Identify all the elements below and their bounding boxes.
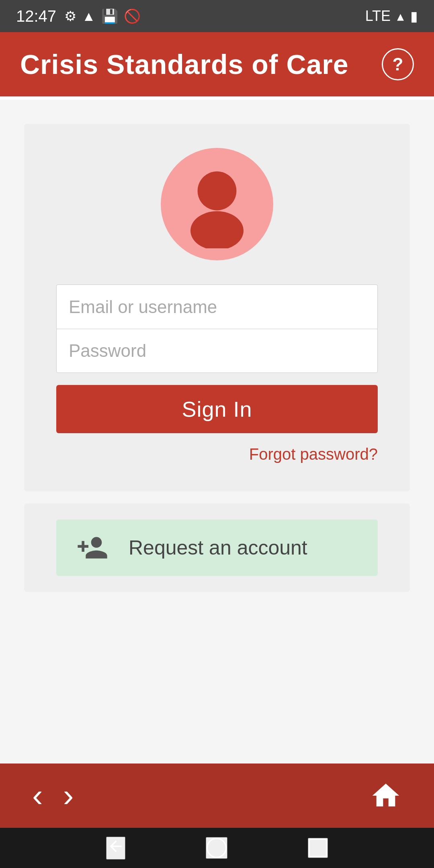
email-input[interactable] [56, 285, 378, 329]
app-title: Crisis Standards of Care [20, 49, 349, 80]
signal-icon: ▴ [397, 8, 404, 24]
svg-point-1 [190, 211, 244, 248]
signin-button[interactable]: Sign In [56, 385, 378, 433]
help-button[interactable]: ? [382, 48, 414, 80]
nav-home-button[interactable] [370, 780, 402, 812]
avatar-svg [173, 160, 261, 248]
nav-back-forward-group: ‹ › [32, 777, 74, 814]
person-add-icon [76, 532, 108, 564]
system-home-circle [207, 838, 227, 858]
help-icon: ? [393, 54, 403, 74]
main-content: Sign In Forgot password? Request an acco… [0, 100, 434, 764]
forgot-password-label: Forgot password? [249, 445, 378, 463]
nav-back-button[interactable]: ‹ [32, 777, 43, 814]
home-icon [370, 780, 402, 812]
separator-line [0, 96, 434, 100]
forward-icon: › [63, 777, 74, 814]
status-bar-left: 12:47 ⚙ ▲ 💾 🚫 [16, 7, 141, 25]
register-card: Request an account [24, 504, 410, 592]
block-icon: 🚫 [124, 8, 141, 24]
save-icon: 💾 [101, 8, 118, 24]
system-recent-button[interactable] [308, 838, 328, 858]
forgot-password-link[interactable]: Forgot password? [249, 441, 378, 467]
signin-label: Sign In [182, 397, 252, 421]
system-home-button[interactable] [206, 837, 227, 859]
status-icons-left: ⚙ ▲ 💾 🚫 [64, 8, 141, 24]
status-time: 12:47 [16, 7, 56, 25]
gear-icon: ⚙ [64, 8, 76, 24]
system-back-icon [107, 837, 125, 855]
status-bar: 12:47 ⚙ ▲ 💾 🚫 LTE ▴ ▮ [0, 0, 434, 32]
shield-icon: ▲ [82, 8, 96, 24]
back-icon: ‹ [32, 777, 43, 814]
app-bar: Crisis Standards of Care ? [0, 32, 434, 96]
bottom-nav-bar: ‹ › [0, 764, 434, 828]
request-account-label: Request an account [129, 536, 307, 559]
avatar [161, 148, 273, 260]
system-nav [0, 828, 434, 868]
nav-forward-button[interactable]: › [63, 777, 74, 814]
request-account-button[interactable]: Request an account [56, 520, 378, 576]
status-bar-right: LTE ▴ ▮ [365, 8, 418, 25]
lte-label: LTE [365, 8, 391, 25]
svg-point-0 [198, 172, 237, 211]
system-back-button[interactable] [106, 837, 125, 860]
login-card: Sign In Forgot password? [24, 124, 410, 491]
password-input[interactable] [56, 329, 378, 373]
system-recent-square [309, 839, 327, 857]
battery-icon: ▮ [410, 8, 418, 24]
